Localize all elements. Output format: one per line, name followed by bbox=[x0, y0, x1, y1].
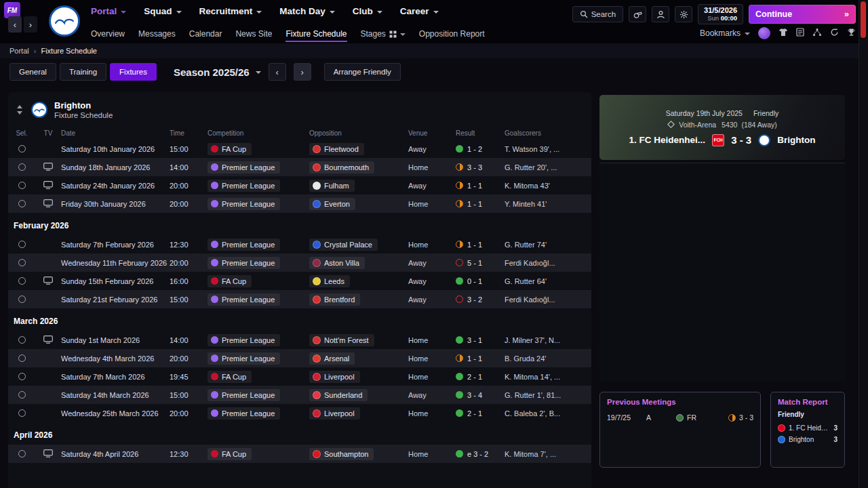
scrollbar-thumb[interactable] bbox=[861, 1, 866, 38]
collapse-expand-control[interactable] bbox=[15, 105, 24, 115]
subnav-item-messages[interactable]: Messages bbox=[138, 27, 176, 41]
fixture-result[interactable]: 3 - 3 bbox=[456, 163, 505, 171]
fixture-row[interactable]: Saturday 14th March 202615:00Premier Lea… bbox=[8, 386, 591, 404]
select-radio[interactable] bbox=[18, 373, 26, 380]
window-scrollbar[interactable] bbox=[859, 0, 868, 488]
select-radio[interactable] bbox=[18, 163, 26, 171]
previous-meeting-row[interactable]: 19/7/25AFR3 - 3 bbox=[600, 411, 760, 424]
select-radio[interactable] bbox=[18, 409, 26, 417]
subnav-item-news-site[interactable]: News Site bbox=[235, 27, 272, 41]
fixture-competition[interactable]: FA Cup bbox=[208, 448, 309, 460]
fixture-row[interactable]: Sunday 1st March 202614:00Premier League… bbox=[8, 331, 591, 349]
menu-match-day[interactable]: Match Day bbox=[279, 6, 335, 16]
match-overview-card[interactable]: Saturday 19th July 2025 Friendly Voith-A… bbox=[599, 95, 845, 160]
match-report-team-row[interactable]: Brighton3 bbox=[771, 434, 844, 445]
fixture-result[interactable]: 1 - 1 bbox=[456, 200, 505, 208]
select-radio[interactable] bbox=[18, 354, 26, 362]
select-radio[interactable] bbox=[18, 241, 26, 248]
settings-button[interactable] bbox=[675, 6, 692, 22]
fixture-opposition[interactable]: Fulham bbox=[309, 180, 408, 192]
fixture-result[interactable]: 2 - 1 bbox=[456, 409, 505, 418]
previous-season-button[interactable]: ‹ bbox=[269, 63, 286, 81]
fixture-result[interactable]: 1 - 1 bbox=[456, 182, 505, 190]
brighton-club-badge[interactable] bbox=[49, 5, 80, 37]
fixture-row[interactable]: Saturday 7th February 202612:30Premier L… bbox=[8, 235, 591, 253]
fixture-result[interactable]: 2 - 1 bbox=[456, 373, 505, 381]
select-radio[interactable] bbox=[18, 336, 26, 344]
season-selector[interactable]: Season 2025/26 bbox=[174, 66, 261, 78]
fixture-result[interactable]: 3 - 1 bbox=[456, 336, 505, 344]
fixture-row[interactable]: Friday 30th January 202620:00Premier Lea… bbox=[8, 195, 591, 213]
column-header-date[interactable]: Date bbox=[61, 129, 170, 137]
fixture-row[interactable]: Wednesday 11th February 202620:00Premier… bbox=[8, 253, 591, 272]
fixture-competition[interactable]: Premier League bbox=[208, 180, 309, 192]
subnav-item-fixture-schedule[interactable]: Fixture Schedule bbox=[285, 27, 347, 41]
next-season-button[interactable]: › bbox=[294, 63, 311, 81]
tab-general[interactable]: General bbox=[9, 63, 56, 81]
competitions-button[interactable] bbox=[847, 28, 856, 39]
tactics-button[interactable] bbox=[812, 28, 822, 39]
select-radio[interactable] bbox=[18, 450, 26, 458]
match-report-team-row[interactable]: 1. FC Heidenheim3 bbox=[771, 422, 844, 434]
select-radio[interactable] bbox=[18, 200, 26, 207]
select-radio[interactable] bbox=[18, 182, 26, 189]
fixture-opposition[interactable]: Everton bbox=[309, 198, 408, 210]
fixture-opposition[interactable]: Crystal Palace bbox=[309, 239, 408, 251]
fixture-result[interactable]: 3 - 4 bbox=[456, 391, 505, 399]
breadcrumb-item-fixture-schedule[interactable]: Fixture Schedule bbox=[41, 47, 97, 55]
fixture-competition[interactable]: Premier League bbox=[208, 407, 309, 420]
column-header-competition[interactable]: Competition bbox=[208, 129, 309, 137]
fixture-opposition[interactable]: Sunderland bbox=[309, 389, 408, 401]
fixture-competition[interactable]: FA Cup bbox=[208, 275, 309, 287]
fixture-competition[interactable]: Premier League bbox=[208, 198, 309, 210]
column-header-result[interactable]: Result bbox=[456, 129, 505, 137]
fixture-competition[interactable]: FA Cup bbox=[208, 371, 309, 383]
fixture-row[interactable]: Saturday 10th January 202615:00FA CupFle… bbox=[8, 140, 591, 158]
fixture-result[interactable]: 0 - 1 bbox=[456, 277, 505, 285]
tab-training[interactable]: Training bbox=[60, 63, 106, 81]
select-radio[interactable] bbox=[18, 259, 26, 266]
subnav-item-overview[interactable]: Overview bbox=[91, 27, 125, 41]
tab-fixtures[interactable]: Fixtures bbox=[110, 63, 157, 81]
fixture-result[interactable]: 1 - 1 bbox=[456, 354, 505, 363]
fixture-row[interactable]: Saturday 21st February 202615:00Premier … bbox=[8, 290, 591, 308]
fixture-result[interactable]: 1 - 2 bbox=[456, 145, 505, 153]
fixture-opposition[interactable]: Aston Villa bbox=[309, 257, 408, 269]
whistle-button[interactable] bbox=[629, 6, 646, 22]
fixture-row[interactable]: Sunday 15th February 202616:00FA CupLeed… bbox=[8, 272, 591, 290]
menu-squad[interactable]: Squad bbox=[144, 6, 181, 16]
column-header-goalscorers[interactable]: Goalscorers bbox=[505, 129, 591, 137]
subnav-item-opposition-report[interactable]: Opposition Report bbox=[419, 27, 485, 41]
fixture-row[interactable]: Saturday 7th March 202619:45FA CupLiverp… bbox=[8, 367, 591, 386]
forward-button[interactable]: › bbox=[24, 16, 37, 33]
fixture-row[interactable]: Saturday 4th April 202612:30FA CupSoutha… bbox=[8, 445, 591, 463]
fixture-row[interactable]: Sunday 18th January 202614:00Premier Lea… bbox=[8, 158, 591, 176]
column-header-time[interactable]: Time bbox=[170, 129, 208, 137]
continue-button[interactable]: Continue » bbox=[749, 5, 856, 24]
fixture-opposition[interactable]: Fleetwood bbox=[309, 143, 408, 155]
select-radio[interactable] bbox=[18, 391, 26, 399]
subnav-item-stages[interactable]: Stages bbox=[361, 27, 406, 41]
kit-button[interactable] bbox=[778, 28, 788, 39]
fixture-competition[interactable]: Premier League bbox=[208, 352, 309, 365]
bookmarks-dropdown[interactable]: Bookmarks bbox=[700, 28, 750, 38]
fixture-result[interactable]: 3 - 2 bbox=[456, 296, 505, 304]
fixture-opposition[interactable]: Leeds bbox=[309, 275, 408, 287]
column-header-sel-[interactable]: Sel. bbox=[8, 129, 35, 137]
subnav-item-calendar[interactable]: Calendar bbox=[189, 27, 222, 41]
fixture-result[interactable]: 5 - 1 bbox=[456, 259, 505, 267]
notes-button[interactable] bbox=[796, 28, 804, 39]
fixture-row[interactable]: Wednesday 4th March 202620:00Premier Lea… bbox=[8, 349, 591, 367]
fixture-competition[interactable]: Premier League bbox=[208, 239, 309, 251]
fixture-opposition[interactable]: Nott'm Forest bbox=[309, 334, 408, 346]
fixture-opposition[interactable]: Brentford bbox=[309, 293, 408, 306]
column-header-opposition[interactable]: Opposition bbox=[309, 129, 408, 137]
manager-avatar[interactable] bbox=[758, 27, 770, 39]
menu-club[interactable]: Club bbox=[353, 6, 382, 16]
fixture-competition[interactable]: Premier League bbox=[208, 257, 309, 269]
fixture-competition[interactable]: Premier League bbox=[208, 293, 309, 306]
fixture-row[interactable]: Saturday 24th January 202620:00Premier L… bbox=[8, 176, 591, 195]
refresh-button[interactable] bbox=[830, 28, 839, 39]
select-radio[interactable] bbox=[18, 296, 26, 303]
fixture-opposition[interactable]: Southampton bbox=[309, 448, 408, 460]
